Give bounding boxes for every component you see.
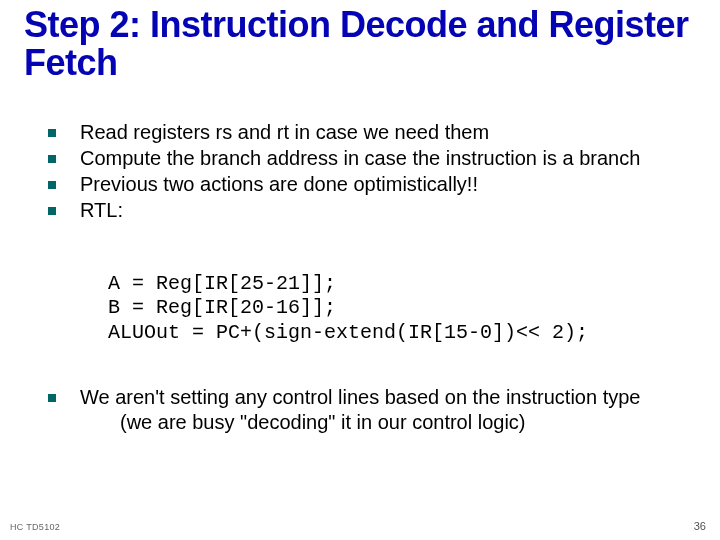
bullet-marker-icon [48, 155, 56, 163]
code-block: A = Reg[IR[25-21]]; B = Reg[IR[20-16]]; … [108, 272, 588, 345]
list-item-text: Compute the branch address in case the i… [80, 146, 680, 171]
list-item: Compute the branch address in case the i… [48, 146, 680, 171]
bullet-list-2: We aren't setting any control lines base… [48, 385, 680, 436]
page-number: 36 [694, 520, 706, 532]
list-item-text: Previous two actions are done optimistic… [80, 172, 680, 197]
list-item: Read registers rs and rt in case we need… [48, 120, 680, 145]
slide-title: Step 2: Instruction Decode and Register … [24, 6, 696, 82]
list-item-text: Read registers rs and rt in case we need… [80, 120, 680, 145]
bullet-marker-icon [48, 394, 56, 402]
list-item: RTL: [48, 198, 680, 223]
list-item: Previous two actions are done optimistic… [48, 172, 680, 197]
bullet-marker-icon [48, 129, 56, 137]
bullet-marker-icon [48, 207, 56, 215]
footer-left-label: HC TD5102 [10, 522, 60, 532]
code-line: ALUOut = PC+(sign-extend(IR[15-0])<< 2); [108, 321, 588, 344]
slide: Step 2: Instruction Decode and Register … [0, 0, 720, 540]
bullet-list-1: Read registers rs and rt in case we need… [48, 120, 680, 224]
list-item-text-main: We aren't setting any control lines base… [80, 386, 640, 408]
list-item-text: RTL: [80, 198, 680, 223]
bullet-marker-icon [48, 181, 56, 189]
list-item: We aren't setting any control lines base… [48, 385, 680, 435]
list-item-text: We aren't setting any control lines base… [80, 385, 680, 435]
list-item-text-sub: (we are busy "decoding" it in our contro… [120, 411, 526, 433]
code-line: B = Reg[IR[20-16]]; [108, 296, 336, 319]
code-line: A = Reg[IR[25-21]]; [108, 272, 336, 295]
